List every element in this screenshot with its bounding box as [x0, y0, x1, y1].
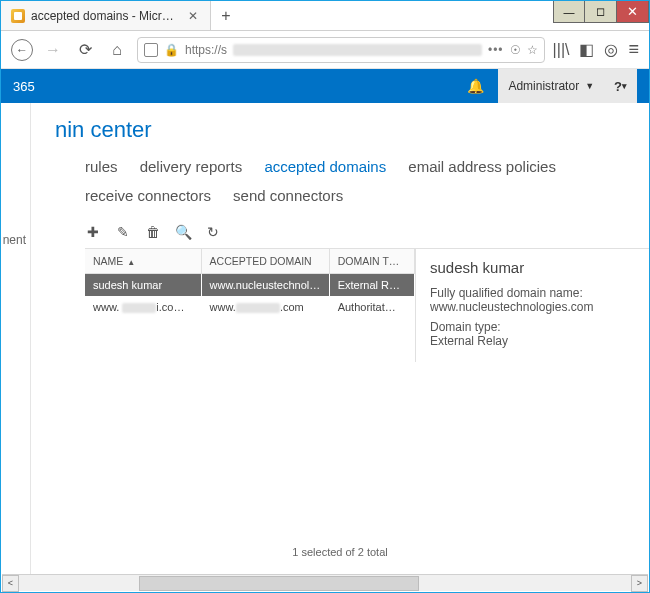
scroll-right-button[interactable]: > [631, 575, 648, 592]
browser-toolbar: ← → ⟳ ⌂ 🔒 https://s redacted host ••• ☉ … [1, 31, 649, 69]
col-accepted-domain[interactable]: ACCEPTED DOMAIN [201, 249, 329, 274]
details-pane: sudesh kumar Fully qualified domain name… [415, 249, 649, 362]
domain-type-label: Domain type: [430, 320, 635, 334]
cell-type: Authoritat… [329, 296, 414, 318]
cell-name: sudesh kumar [85, 274, 201, 297]
horizontal-scrollbar[interactable]: < > [2, 574, 648, 591]
add-button[interactable]: ✚ [85, 224, 101, 240]
tab-receive-connectors[interactable]: receive connectors [85, 187, 211, 204]
cell-name: www. xxi.co… [85, 296, 201, 318]
address-bar[interactable]: 🔒 https://s redacted host ••• ☉ ☆ [137, 37, 545, 63]
reload-button[interactable]: ⟳ [73, 38, 97, 62]
cell-domain: www.xx.com [201, 296, 329, 318]
fqdn-label: Fully qualified domain name: [430, 286, 635, 300]
window-maximize-button[interactable]: ◻ [585, 1, 617, 23]
col-name[interactable]: NAME▲ [85, 249, 201, 274]
cell-domain: www.nucleustechnologies.com [201, 274, 329, 297]
refresh-button[interactable]: ↻ [205, 224, 221, 240]
url-protocol: https://s [185, 43, 227, 57]
library-icon[interactable]: |||\ [553, 41, 570, 59]
hamburger-menu-icon[interactable]: ≡ [628, 39, 639, 60]
bookmark-star-icon[interactable]: ☆ [527, 43, 538, 57]
table-row[interactable]: sudesh kumar www.nucleustechnologies.com… [85, 274, 415, 297]
page-title: nin center [49, 103, 649, 153]
col-domain-type[interactable]: DOMAIN T… [329, 249, 414, 274]
reader-view-icon[interactable]: ☉ [510, 43, 521, 57]
page-actions-icon[interactable]: ••• [488, 43, 504, 57]
search-button[interactable]: 🔍 [175, 224, 191, 240]
notifications-bell-icon[interactable]: 🔔 [467, 78, 484, 94]
fqdn-value: www.nucleustechnologies.com [430, 300, 635, 314]
table-row[interactable]: www. xxi.co… www.xx.com Authoritat… [85, 296, 415, 318]
shield-icon[interactable] [144, 43, 158, 57]
cell-type: External R… [329, 274, 414, 297]
scroll-track[interactable] [19, 575, 631, 592]
url-blurred: redacted host [233, 44, 482, 56]
product-name-fragment: 365 [13, 79, 35, 94]
delete-button[interactable]: 🗑 [145, 224, 161, 240]
selection-status: 1 selected of 2 total [31, 540, 649, 564]
tab-send-connectors[interactable]: send connectors [233, 187, 343, 204]
window-minimize-button[interactable]: — [553, 1, 585, 23]
o365-header: 365 🔔 Administrator ▼ ? ▾ [1, 69, 649, 103]
home-button[interactable]: ⌂ [105, 38, 129, 62]
left-nav-fragment: nent [1, 103, 31, 574]
scroll-left-button[interactable]: < [2, 575, 19, 592]
tab-delivery-reports[interactable]: delivery reports [140, 158, 243, 175]
sidebar-icon[interactable]: ◧ [579, 40, 594, 59]
tab-nav: rules delivery reports accepted domains … [49, 153, 649, 218]
account-icon[interactable]: ◎ [604, 40, 618, 59]
tab-close-icon[interactable]: ✕ [186, 9, 200, 23]
lock-icon[interactable]: 🔒 [164, 43, 179, 57]
tab-rules[interactable]: rules [85, 158, 118, 175]
grid-toolbar: ✚ ✎ 🗑 🔍 ↻ [49, 218, 649, 248]
chevron-down-icon: ▼ [585, 81, 594, 91]
domains-table: NAME▲ ACCEPTED DOMAIN DOMAIN T… sudesh k… [85, 249, 415, 318]
browser-tab[interactable]: accepted domains - Microsoft … ✕ [1, 1, 211, 30]
new-tab-button[interactable]: + [211, 1, 241, 30]
browser-titlebar: accepted domains - Microsoft … ✕ + — ◻ ✕ [1, 1, 649, 31]
scroll-thumb[interactable] [139, 576, 419, 591]
tab-title: accepted domains - Microsoft … [31, 9, 180, 23]
account-menu[interactable]: Administrator ▼ [498, 69, 604, 103]
tab-accepted-domains[interactable]: accepted domains [264, 158, 386, 175]
help-menu[interactable]: ? ▾ [604, 69, 637, 103]
details-title: sudesh kumar [430, 259, 635, 276]
forward-button[interactable]: → [41, 38, 65, 62]
window-close-button[interactable]: ✕ [617, 1, 649, 23]
tab-email-address-policies[interactable]: email address policies [408, 158, 556, 175]
tab-favicon [11, 9, 25, 23]
back-button[interactable]: ← [11, 39, 33, 61]
domain-type-value: External Relay [430, 334, 635, 348]
edit-button[interactable]: ✎ [115, 224, 131, 240]
sort-asc-icon: ▲ [127, 258, 135, 267]
chevron-down-icon: ▾ [622, 81, 627, 91]
